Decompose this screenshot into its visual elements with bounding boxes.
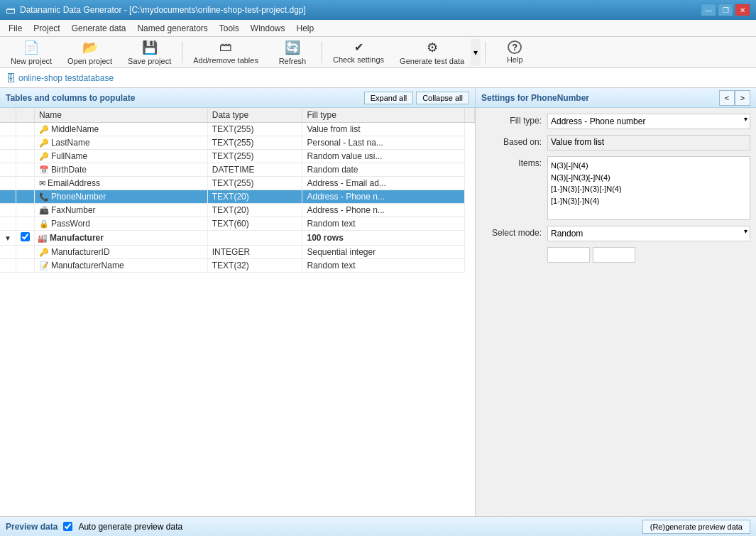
window-title: Datanamic Data Generator - [C:\mydocumen… <box>20 5 306 15</box>
filltype-row: Fill type: Address - Phone number <box>481 114 750 129</box>
add-remove-label: Add/remove tables <box>193 56 258 65</box>
col-filltype: Fill type <box>302 108 465 123</box>
menu-file[interactable]: File <box>3 22 28 35</box>
menu-generate-data[interactable]: Generate data <box>66 22 132 35</box>
refresh-icon: 🔄 <box>285 40 300 55</box>
extra-label <box>481 247 542 249</box>
filltype-select-wrapper: Address - Phone number <box>547 114 750 129</box>
generate-button[interactable]: ⚙ Generate test data <box>393 39 471 66</box>
auto-generate-checkbox[interactable] <box>63 522 72 531</box>
generate-btn-group: ⚙ Generate test data ▾ <box>393 39 481 66</box>
nav-prev-button[interactable]: < <box>719 90 735 106</box>
close-button[interactable]: ✕ <box>735 4 750 16</box>
items-textarea[interactable]: N(3)[-]N(4) N(3)[-]N(3)[-]N(4) [1-]N(3)[… <box>547 156 750 220</box>
right-panel: Settings for PhoneNumber < > Fill type: … <box>476 88 756 516</box>
database-icon: 🗄 <box>6 72 16 84</box>
menu-windows[interactable]: Windows <box>245 22 291 35</box>
selectmode-select-wrapper: Random <box>547 226 750 241</box>
open-project-label: Open project <box>67 57 112 65</box>
left-panel-buttons: Expand all Collapse all <box>364 92 469 104</box>
save-project-label: Save project <box>128 57 171 65</box>
basedon-label: Based on: <box>481 135 542 147</box>
help-label: Help <box>507 55 523 64</box>
toolbar-separator-2 <box>322 42 322 63</box>
selectmode-select[interactable]: Random <box>547 226 750 241</box>
basedon-row: Based on: Value from list <box>481 135 750 151</box>
new-project-label: New project <box>11 57 52 65</box>
filltype-select[interactable]: Address - Phone number <box>547 114 750 129</box>
menu-named-generators[interactable]: Named generators <box>131 22 213 35</box>
save-project-icon: 💾 <box>142 40 158 55</box>
refresh-button[interactable]: 🔄 Refresh <box>268 39 317 66</box>
app-icon: 🗃 <box>6 4 16 16</box>
check-settings-button[interactable]: ✔ Check settings <box>327 39 390 66</box>
nav-buttons: < > <box>719 90 750 106</box>
menu-bar: File Project Generate data Named generat… <box>0 20 756 37</box>
toolbar-separator-3 <box>485 42 486 63</box>
help-icon: ? <box>508 40 522 54</box>
col-scroll <box>465 108 475 123</box>
selectmode-row: Select mode: Random <box>481 226 750 241</box>
preview-header: Preview data Auto generate preview data … <box>0 517 756 536</box>
extra-inputs <box>547 247 635 263</box>
toolbar-separator-1 <box>182 42 182 63</box>
menu-project[interactable]: Project <box>28 22 65 35</box>
left-panel: Tables and columns to populate Expand al… <box>0 88 476 516</box>
extra-control-row <box>481 247 750 263</box>
help-button[interactable]: ? Help <box>490 39 539 66</box>
generate-dropdown-button[interactable]: ▾ <box>471 39 481 66</box>
generate-label: Generate test data <box>400 57 464 65</box>
maximize-button[interactable]: ❐ <box>718 4 733 16</box>
main-content: Tables and columns to populate Expand al… <box>0 88 756 516</box>
title-bar: 🗃 Datanamic Data Generator - [C:\mydocum… <box>0 0 756 20</box>
col-datatype: Data type <box>207 108 302 123</box>
minimize-button[interactable]: — <box>701 4 716 16</box>
right-panel-title: Settings for PhoneNumber <box>481 93 589 103</box>
refresh-label: Refresh <box>279 57 307 65</box>
save-project-button[interactable]: 💾 Save project <box>121 39 177 66</box>
items-row: Items: N(3)[-]N(4) N(3)[-]N(3)[-]N(4) [1… <box>481 156 750 220</box>
basedon-value: Value from list <box>547 135 750 151</box>
schema-table: Name Data type Fill type 🔑MiddleNameTEXT… <box>0 108 475 273</box>
check-settings-icon: ✔ <box>354 40 363 54</box>
add-remove-tables-button[interactable]: 🗃 Add/remove tables <box>187 39 265 66</box>
settings-form: Fill type: Address - Phone number Based … <box>476 108 756 516</box>
col-name: Name <box>34 108 207 123</box>
menu-tools[interactable]: Tools <box>214 22 245 35</box>
preview-section: Preview data Auto generate preview data … <box>0 516 756 536</box>
new-project-icon: 📄 <box>23 40 39 55</box>
open-project-button[interactable]: 📂 Open project <box>61 39 119 66</box>
add-remove-icon: 🗃 <box>219 40 232 55</box>
left-panel-title: Tables and columns to populate <box>6 93 135 103</box>
preview-title: Preview data <box>6 522 57 532</box>
address-bar: 🗄 online-shop testdatabase <box>0 68 756 88</box>
check-settings-label: Check settings <box>333 55 384 64</box>
col-checkbox <box>16 108 34 123</box>
collapse-all-button[interactable]: Collapse all <box>416 92 469 104</box>
right-panel-header: Settings for PhoneNumber < > <box>476 88 756 108</box>
max-input[interactable] <box>593 247 635 263</box>
selectmode-label: Select mode: <box>481 226 542 238</box>
left-panel-header: Tables and columns to populate Expand al… <box>0 88 475 108</box>
regenerate-button[interactable]: (Re)generate preview data <box>642 520 750 534</box>
toolbar: 📄 New project 📂 Open project 💾 Save proj… <box>0 37 756 68</box>
title-controls: — ❐ ✕ <box>701 4 750 16</box>
database-link[interactable]: online-shop testdatabase <box>18 73 114 83</box>
items-label: Items: <box>481 156 542 168</box>
auto-generate-label: Auto generate preview data <box>78 522 182 532</box>
generate-icon: ⚙ <box>427 40 438 55</box>
expand-all-button[interactable]: Expand all <box>364 92 413 104</box>
open-project-icon: 📂 <box>82 40 98 55</box>
new-project-button[interactable]: 📄 New project <box>4 39 58 66</box>
min-input[interactable] <box>547 247 590 263</box>
nav-next-button[interactable]: > <box>735 90 750 106</box>
menu-help[interactable]: Help <box>291 22 320 35</box>
col-expand <box>0 108 16 123</box>
schema-table-area: Name Data type Fill type 🔑MiddleNameTEXT… <box>0 108 475 516</box>
filltype-label: Fill type: <box>481 114 542 126</box>
